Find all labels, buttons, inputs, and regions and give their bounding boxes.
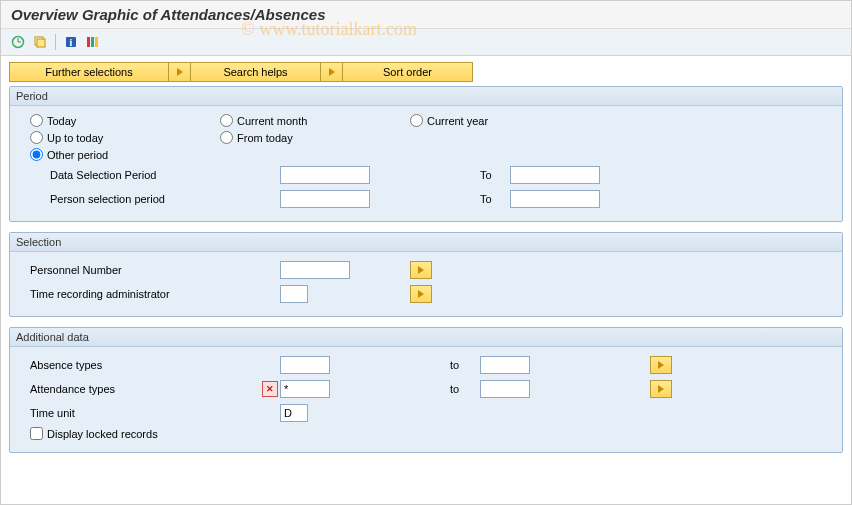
radio-today[interactable]: Today bbox=[30, 114, 180, 127]
radio-from-today-label: From today bbox=[237, 132, 293, 144]
radio-today-input[interactable] bbox=[30, 114, 43, 127]
arrow-right-icon bbox=[177, 68, 183, 76]
selection-group: Selection Personnel Number Time recordin… bbox=[9, 232, 843, 317]
arrow-right-icon bbox=[418, 266, 424, 274]
search-helps-label: Search helps bbox=[223, 66, 287, 78]
radio-other-period[interactable]: Other period bbox=[30, 148, 180, 161]
selection-group-title: Selection bbox=[10, 233, 842, 252]
legend-icon[interactable] bbox=[84, 33, 102, 51]
arrow-right-icon bbox=[658, 361, 664, 369]
time-admin-input[interactable] bbox=[280, 285, 308, 303]
radio-other-period-input[interactable] bbox=[30, 148, 43, 161]
radio-up-to-today-label: Up to today bbox=[47, 132, 103, 144]
sort-order-label: Sort order bbox=[383, 66, 432, 78]
additional-group-title: Additional data bbox=[10, 328, 842, 347]
attendance-to-input[interactable] bbox=[480, 380, 530, 398]
svg-rect-4 bbox=[37, 39, 45, 47]
page-title: Overview Graphic of Attendances/Absences bbox=[11, 6, 841, 23]
absence-multi-button[interactable] bbox=[650, 356, 672, 374]
radio-today-label: Today bbox=[47, 115, 76, 127]
absence-types-label: Absence types bbox=[30, 359, 280, 371]
radio-current-month[interactable]: Current month bbox=[220, 114, 370, 127]
sort-order-arrow[interactable] bbox=[321, 62, 343, 82]
radio-current-month-label: Current month bbox=[237, 115, 307, 127]
execute-icon[interactable] bbox=[9, 33, 27, 51]
error-icon: ✕ bbox=[262, 381, 278, 397]
radio-current-year-label: Current year bbox=[427, 115, 488, 127]
attendance-from-input[interactable] bbox=[280, 380, 330, 398]
radio-current-year-input[interactable] bbox=[410, 114, 423, 127]
svg-text:i: i bbox=[70, 37, 73, 48]
time-admin-multi-button[interactable] bbox=[410, 285, 432, 303]
personnel-number-input[interactable] bbox=[280, 261, 350, 279]
title-bar: Overview Graphic of Attendances/Absences bbox=[1, 1, 851, 29]
radio-up-to-today[interactable]: Up to today bbox=[30, 131, 180, 144]
attendance-multi-button[interactable] bbox=[650, 380, 672, 398]
time-unit-label: Time unit bbox=[30, 407, 280, 419]
svg-rect-7 bbox=[87, 37, 90, 47]
person-selection-from-input[interactable] bbox=[280, 190, 370, 208]
radio-current-month-input[interactable] bbox=[220, 114, 233, 127]
data-selection-period-label: Data Selection Period bbox=[50, 169, 280, 181]
svg-rect-8 bbox=[91, 37, 94, 47]
app-toolbar: i bbox=[1, 29, 851, 56]
arrow-right-icon bbox=[658, 385, 664, 393]
personnel-number-multi-button[interactable] bbox=[410, 261, 432, 279]
to-label: to bbox=[450, 359, 480, 371]
arrow-right-icon bbox=[329, 68, 335, 76]
display-locked-label: Display locked records bbox=[47, 428, 158, 440]
search-help-arrow[interactable] bbox=[169, 62, 191, 82]
display-locked-checkbox[interactable] bbox=[30, 427, 43, 440]
period-group-title: Period bbox=[10, 87, 842, 106]
radio-other-period-label: Other period bbox=[47, 149, 108, 161]
personnel-number-label: Personnel Number bbox=[30, 264, 280, 276]
arrow-right-icon bbox=[418, 290, 424, 298]
person-selection-to-input[interactable] bbox=[510, 190, 600, 208]
absence-to-input[interactable] bbox=[480, 356, 530, 374]
radio-up-to-today-input[interactable] bbox=[30, 131, 43, 144]
variant-icon[interactable] bbox=[31, 33, 49, 51]
further-selections-button[interactable]: Further selections bbox=[9, 62, 169, 82]
radio-from-today[interactable]: From today bbox=[220, 131, 370, 144]
to-label: To bbox=[480, 193, 510, 205]
attendance-types-label: Attendance types bbox=[30, 383, 262, 395]
period-group: Period Today Current month Current year … bbox=[9, 86, 843, 222]
search-helps-button[interactable]: Search helps bbox=[191, 62, 321, 82]
svg-rect-9 bbox=[95, 37, 98, 47]
time-unit-input[interactable] bbox=[280, 404, 308, 422]
person-selection-period-label: Person selection period bbox=[50, 193, 280, 205]
additional-group: Additional data Absence types to Attenda… bbox=[9, 327, 843, 453]
data-selection-from-input[interactable] bbox=[280, 166, 370, 184]
data-selection-to-input[interactable] bbox=[510, 166, 600, 184]
further-selections-label: Further selections bbox=[45, 66, 132, 78]
info-icon[interactable]: i bbox=[62, 33, 80, 51]
to-label: to bbox=[450, 383, 480, 395]
time-admin-label: Time recording administrator bbox=[30, 288, 280, 300]
toolbar-separator bbox=[55, 34, 56, 50]
radio-current-year[interactable]: Current year bbox=[410, 114, 560, 127]
radio-from-today-input[interactable] bbox=[220, 131, 233, 144]
sort-order-button[interactable]: Sort order bbox=[343, 62, 473, 82]
selection-buttons: Further selections Search helps Sort ord… bbox=[1, 56, 851, 86]
to-label: To bbox=[480, 169, 510, 181]
absence-from-input[interactable] bbox=[280, 356, 330, 374]
